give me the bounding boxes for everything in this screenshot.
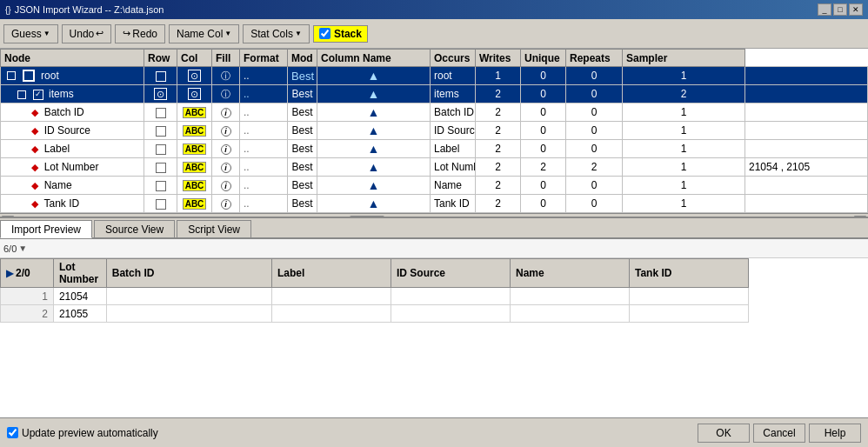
tab-source-view[interactable]: Source View <box>94 220 175 237</box>
format-value: Best <box>288 177 317 195</box>
mod-cell: ▲ <box>317 177 431 195</box>
col-cell: ⊙ <box>177 85 212 103</box>
guess-button[interactable]: Guess ▼ <box>3 24 58 43</box>
mod-cell: ▲ <box>317 122 431 140</box>
unique-cell: 0 <box>566 103 623 122</box>
help-button[interactable]: Help <box>809 424 861 443</box>
fill-cell: i <box>212 195 240 213</box>
window-controls: _ □ ✕ <box>818 3 863 16</box>
unique-cell: 0 <box>566 122 623 140</box>
col-occurs-header: Occurs <box>431 50 476 67</box>
stack-checkbox-container[interactable]: Stack <box>313 25 368 43</box>
unique-cell: 0 <box>566 140 623 158</box>
maximize-button[interactable]: □ <box>833 3 847 16</box>
table-row[interactable]: ◆ Lot Number ABC i .. Best ▲ Lot N <box>1 158 868 177</box>
col-sampler-header: Sampler <box>623 50 745 67</box>
title-bar: {} JSON Import Wizard -- Z:\data.json _ … <box>0 0 868 19</box>
row-cell <box>144 103 177 122</box>
toolbar: Guess ▼ Undo ↩ ↪ Redo Name Col ▼ Stat Co… <box>0 19 868 49</box>
node-label: root <box>41 70 59 82</box>
minimize-button[interactable]: _ <box>818 3 831 16</box>
table-row[interactable]: root ⊙ ⓘ .. Best ▲ root 1 <box>1 67 868 85</box>
format-dots: .. <box>240 195 288 213</box>
top-counter-row: 6/0 ▼ <box>0 239 868 258</box>
close-button[interactable]: ✕ <box>849 3 863 16</box>
mod-cell: ▲ <box>317 67 431 85</box>
ok-button[interactable]: OK <box>698 424 750 443</box>
node-cell: ◆ Batch ID <box>1 103 144 122</box>
node-cell: ◆ Tank ID <box>1 195 144 213</box>
row-cell: ⊙ <box>144 85 177 103</box>
diamond-icon: ◆ <box>31 180 38 190</box>
tab-import-preview[interactable]: Import Preview <box>0 220 92 238</box>
table-row[interactable]: ◆ Tank ID ABC i .. Best ▲ Tank ID <box>1 195 868 213</box>
node-label: Lot Number <box>44 161 99 173</box>
mod-cell: ▲ <box>317 85 431 103</box>
preview-table-wrap[interactable]: ▶ 2/0 Lot Number Batch ID Label ID Sourc… <box>0 258 868 417</box>
table-row[interactable]: ◆ Name ABC i .. Best ▲ Name <box>1 177 868 195</box>
fill-cell: i <box>212 140 240 158</box>
undo-icon: ↩ <box>96 28 103 39</box>
redo-icon: ↪ <box>123 28 130 39</box>
col-label-header: Label <box>272 259 391 288</box>
repeats-cell: 1 <box>623 195 745 213</box>
empty-check-icon <box>156 199 166 210</box>
format-value: Best <box>288 85 317 103</box>
app-icon: {} <box>5 5 11 15</box>
table-row[interactable]: ◆ ID Source ABC i .. Best ▲ ID Sou <box>1 122 868 140</box>
tankid-1 <box>629 288 748 305</box>
col-icon: ⊙ <box>188 88 201 100</box>
table-row[interactable]: ◆ Batch ID ABC i .. Best ▲ Batch I <box>1 103 868 122</box>
occurs-cell: 2 <box>476 177 521 195</box>
preview-area: 6/0 ▼ <box>0 239 868 417</box>
occurs-cell: 2 <box>476 85 521 103</box>
sampler-cell <box>745 195 868 213</box>
tree-table: Node Row Col Fill Format Mod Column Name… <box>0 49 868 213</box>
stack-checkbox-input[interactable] <box>319 28 331 39</box>
sampler-cell <box>745 140 868 158</box>
col-cell: ABC <box>177 122 212 140</box>
preview-row-1: 1 21054 <box>1 288 868 305</box>
tab-script-view[interactable]: Script View <box>177 220 251 237</box>
window-title: JSON Import Wizard -- Z:\data.json <box>15 4 818 15</box>
stat-cols-button[interactable]: Stat Cols ▼ <box>243 24 310 43</box>
i-icon: i <box>221 199 231 210</box>
namecol-dropdown-arrow: ▼ <box>224 30 231 37</box>
table-row[interactable]: ✓ items ⊙ ⊙ ⓘ .. Best ▲ items <box>1 85 868 103</box>
diamond-icon: ◆ <box>31 107 38 117</box>
empty-check-icon <box>156 144 166 155</box>
abc-icon: ABC <box>183 198 207 210</box>
col-cell: ABC <box>177 177 212 195</box>
writes-cell: 0 <box>521 140 566 158</box>
abc-icon: ABC <box>183 107 207 118</box>
auto-preview-text: Update preview automatically <box>22 427 158 439</box>
node-label: Tank ID <box>43 197 79 210</box>
guess-dropdown-arrow: ▼ <box>43 30 50 37</box>
node-cell: ◆ ID Source <box>1 122 144 140</box>
colname-cell: root <box>431 67 476 85</box>
auto-preview-checkbox[interactable] <box>7 427 18 438</box>
node-cell: ◆ Label <box>1 140 144 158</box>
auto-preview-label[interactable]: Update preview automatically <box>7 427 158 439</box>
format-dots: .. <box>240 177 288 195</box>
undo-button[interactable]: Undo ↩ <box>62 24 112 43</box>
abc-icon: ABC <box>183 125 207 137</box>
name-col-button[interactable]: Name Col ▼ <box>169 24 239 43</box>
occurs-cell: 2 <box>476 140 521 158</box>
format-dots: .. <box>240 122 288 140</box>
row-num-2: 2 <box>1 305 54 323</box>
format-value: Best <box>288 67 317 85</box>
cancel-button[interactable]: Cancel <box>753 424 805 443</box>
mod-cell: ▲ <box>317 103 431 122</box>
table-row[interactable]: ◆ Label ABC i .. Best ▲ Label <box>1 140 868 158</box>
colname-cell: Lot Number <box>431 158 476 177</box>
row-counter-label: 2/0 <box>16 267 30 279</box>
col-icon: ⊙ <box>188 70 201 82</box>
empty-check-icon <box>156 126 166 137</box>
sampler-cell: 21054 , 2105 <box>745 158 868 177</box>
tab-bar: Import Preview Source View Script View <box>0 218 868 239</box>
preview-row-2: 2 21055 <box>1 305 868 323</box>
statcols-dropdown-arrow: ▼ <box>295 30 302 37</box>
dialog-buttons: OK Cancel Help <box>698 424 861 443</box>
redo-button[interactable]: ↪ Redo <box>115 24 165 43</box>
